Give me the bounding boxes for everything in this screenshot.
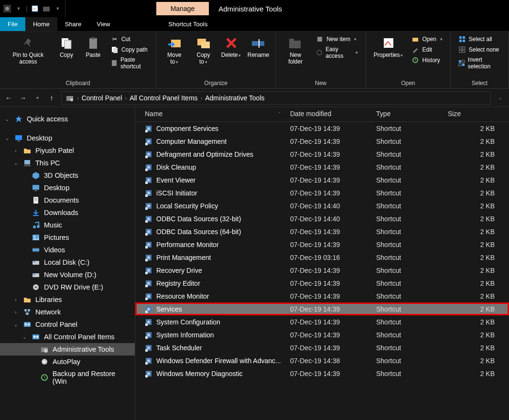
breadcrumb-root[interactable]: Control Panel [82,94,122,102]
nav-item[interactable]: Music [0,219,135,231]
file-row[interactable]: System Information07-Dec-19 14:39Shortcu… [135,328,509,341]
properties-button[interactable]: Properties▾ [370,33,407,79]
file-row[interactable]: Windows Defender Firewall with Advanc...… [135,354,509,367]
column-header-size[interactable]: Size [448,110,509,118]
breadcrumb-mid[interactable]: All Control Panel Items [130,94,197,102]
expand-chevron-icon[interactable]: ⌄ [12,161,19,166]
file-row[interactable]: Defragment and Optimize Drives07-Dec-19 … [135,148,509,161]
copy-path-button[interactable]: Copy path [108,45,151,54]
move-to-button[interactable]: Move to▾ [160,33,188,79]
file-row[interactable]: Event Viewer07-Dec-19 14:39Shortcut2 KB [135,173,509,186]
file-row[interactable]: Recovery Drive07-Dec-19 14:39Shortcut2 K… [135,264,509,277]
tab-view[interactable]: View [89,17,118,31]
nav-item[interactable]: ⌄This PC [0,157,135,169]
nav-item[interactable]: ›Network [0,306,135,318]
qat-more-icon[interactable]: ▼ [54,4,62,13]
nav-item[interactable]: ⌄Desktop [0,132,135,144]
expand-chevron-icon[interactable]: ⌄ [4,136,11,141]
shortcut-icon [145,163,152,171]
new-folder-button[interactable]: New folder [280,33,311,79]
column-header-date[interactable]: Date modified [290,110,376,118]
paste-shortcut-button[interactable]: Paste shortcut [108,55,151,71]
file-row[interactable]: Component Services07-Dec-19 14:39Shortcu… [135,122,509,135]
nav-item[interactable]: ⌄All Control Panel Items [0,331,135,343]
paste-button[interactable]: Paste [80,33,106,79]
file-row[interactable]: iSCSI Initiator07-Dec-19 14:39Shortcut2 … [135,186,509,199]
copy-to-button[interactable]: Copy to▾ [189,33,217,79]
column-header-name[interactable]: Name⌃ [135,110,290,118]
delete-button[interactable]: Delete▾ [218,33,244,79]
file-row[interactable]: Task Scheduler07-Dec-19 14:39Shortcut2 K… [135,341,509,354]
select-all-button[interactable]: Select all [455,34,504,44]
edit-button[interactable]: Edit [409,45,445,54]
chevron-right-icon[interactable]: › [201,95,203,101]
recent-locations-icon[interactable]: ▾ [32,93,42,103]
pin-to-quick-access-button[interactable]: Pin to Quick access [4,33,53,79]
new-item-button[interactable]: New item▾ [313,34,361,44]
tab-home[interactable]: Home [25,17,57,31]
up-button[interactable]: ↑ [47,93,56,103]
new-folder-quick-icon[interactable] [42,4,51,13]
nav-item[interactable]: ⌄Control Panel [0,318,135,331]
file-row[interactable]: Windows Memory Diagnostic07-Dec-19 14:39… [135,367,509,380]
chevron-right-icon[interactable]: › [77,95,79,101]
expand-chevron-icon[interactable]: › [12,148,19,153]
expand-chevron-icon[interactable]: ⌄ [21,334,28,340]
nav-item[interactable]: ⌄Quick access [0,113,135,125]
file-row[interactable]: Print Management07-Dec-19 03:16Shortcut2… [135,251,509,264]
expand-chevron-icon[interactable]: ⌄ [4,117,11,122]
history-button[interactable]: History [409,55,445,65]
file-row[interactable]: ODBC Data Sources (32-bit)07-Dec-19 14:4… [135,212,509,225]
nav-item[interactable]: Pictures [0,231,135,244]
tab-shortcut-tools[interactable]: Shortcut Tools [161,17,215,31]
back-button[interactable]: ← [4,93,13,103]
nav-item[interactable]: Videos [0,244,135,256]
nav-item[interactable]: New Volume (D:) [0,269,135,281]
file-row[interactable]: Registry Editor07-Dec-19 14:39Shortcut2 … [135,277,509,290]
column-header-type[interactable]: Type [376,110,448,118]
tab-share[interactable]: Share [57,17,89,31]
file-row[interactable]: Disk Cleanup07-Dec-19 14:39Shortcut2 KB [135,161,509,173]
file-row[interactable]: Computer Management07-Dec-19 14:39Shortc… [135,135,509,148]
nav-item[interactable]: AutoPlay [0,355,135,368]
file-list[interactable]: Name⌃ Date modified Type Size Component … [135,107,509,420]
nav-item[interactable]: 3D Objects [0,169,135,182]
select-none-button[interactable]: Select none [455,45,504,54]
file-row[interactable]: Performance Monitor07-Dec-19 14:39Shortc… [135,238,509,251]
column-headers[interactable]: Name⌃ Date modified Type Size [135,107,509,122]
qat-dropdown-icon[interactable]: ▼ [14,4,23,13]
file-row[interactable]: ODBC Data Sources (64-bit)07-Dec-19 14:3… [135,225,509,238]
nav-item[interactable]: Backup and Restore (Win [0,368,135,387]
tab-file[interactable]: File [0,17,25,31]
properties-icon[interactable] [31,4,39,13]
nav-item[interactable]: Local Disk (C:) [0,256,135,269]
nav-item[interactable]: Downloads [0,206,135,219]
rename-button[interactable]: Rename [245,33,272,79]
nav-item[interactable]: Documents [0,194,135,206]
copy-button[interactable]: Copy [54,33,79,79]
navigation-pane[interactable]: ⌄Quick access⌄Desktop›Piyush Patel⌄This … [0,107,135,420]
expand-chevron-icon[interactable]: › [12,297,19,302]
nav-item[interactable]: Administrative Tools [0,343,135,355]
expand-chevron-icon[interactable]: › [12,310,19,315]
nav-item[interactable]: ›Piyush Patel [0,144,135,157]
breadcrumb-leaf[interactable]: Administrative Tools [205,94,264,102]
forward-button[interactable]: → [18,93,28,103]
open-button[interactable]: Open▾ [409,34,445,44]
breadcrumb[interactable]: › Control Panel › All Control Panel Item… [61,91,491,105]
nav-item[interactable]: DVD RW Drive (E:) [0,281,135,293]
invert-selection-button[interactable]: Invert selection [455,55,504,71]
file-row[interactable]: Local Security Policy07-Dec-19 14:40Shor… [135,199,509,212]
chevron-right-icon[interactable]: › [125,95,127,101]
nav-item[interactable]: Desktop [0,182,135,194]
address-dropdown-icon[interactable]: ⌄ [496,93,505,103]
nav-item[interactable]: ›Libraries [0,293,135,306]
easy-access-button[interactable]: Easy access▾ [313,45,361,60]
file-row[interactable]: Services07-Dec-19 14:39Shortcut2 KB [135,302,509,315]
file-size: 2 KB [448,241,509,248]
expand-chevron-icon[interactable]: ⌄ [12,322,19,327]
file-row[interactable]: System Configuration07-Dec-19 14:39Short… [135,315,509,328]
manage-contextual-tab[interactable]: Manage [156,2,209,15]
file-row[interactable]: Resource Monitor07-Dec-19 14:39Shortcut2… [135,290,509,302]
cut-button[interactable]: ✂Cut [108,34,151,44]
